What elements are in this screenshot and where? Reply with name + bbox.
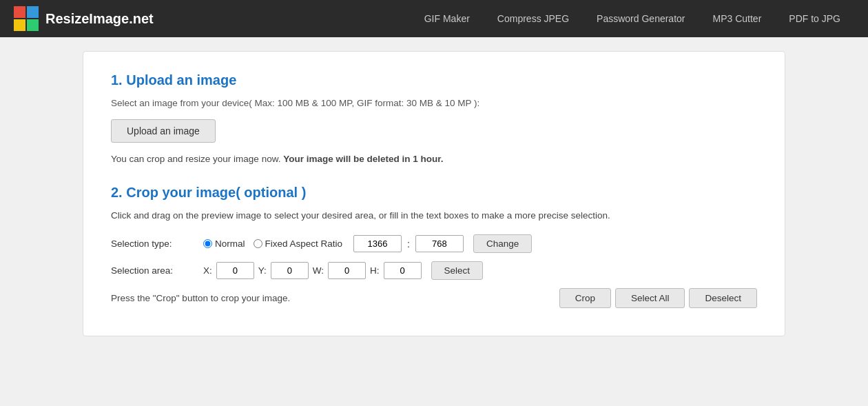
aspect-height-input[interactable]: [415, 235, 464, 252]
nav-item-password-generator[interactable]: Password Generator: [583, 0, 699, 37]
radio-group: Normal Fixed Aspect Ratio: [203, 238, 342, 249]
section2-desc: Click and drag on the preview image to s…: [111, 210, 757, 221]
crop-buttons-group: Crop Select All Deselect: [559, 288, 757, 308]
deselect-button[interactable]: Deselect: [689, 288, 757, 308]
logo-sq4: [27, 19, 39, 31]
w-input[interactable]: [328, 262, 366, 279]
selection-area-label: Selection area:: [111, 265, 194, 276]
upload-image-button[interactable]: Upload an image: [111, 119, 216, 143]
crop-hint-text: Press the "Crop" button to crop your ima…: [111, 293, 559, 303]
radio-fixed-text: Fixed Aspect Ratio: [265, 238, 343, 249]
info-text: You can crop and resize your image now. …: [111, 154, 757, 164]
nav-item-compress-jpeg[interactable]: Compress JPEG: [484, 0, 583, 37]
y-input[interactable]: [271, 262, 309, 279]
section2-title: 2. Crop your image( optional ): [111, 185, 757, 201]
selection-type-label: Selection type:: [111, 238, 194, 249]
nav-item-gif-maker[interactable]: GIF Maker: [411, 0, 484, 37]
x-label: X:: [203, 265, 212, 276]
radio-normal-label[interactable]: Normal: [203, 238, 245, 249]
main-card: 1. Upload an image Select an image from …: [83, 51, 785, 336]
logo-text: ResizeImage.net: [45, 11, 154, 27]
coord-group: X: Y: W: H:: [203, 262, 422, 279]
y-label: Y:: [258, 265, 267, 276]
logo-sq2: [27, 6, 39, 18]
h-label: H:: [370, 265, 380, 276]
select-button[interactable]: Select: [431, 261, 484, 280]
logo-sq3: [14, 19, 25, 31]
main-nav: GIF Maker Compress JPEG Password Generat…: [411, 0, 854, 37]
radio-normal-text: Normal: [215, 238, 245, 249]
info-text-bold: Your image will be deleted in 1 hour.: [283, 154, 443, 164]
header: ResizeImage.net GIF Maker Compress JPEG …: [0, 0, 868, 37]
page-background: 1. Upload an image Select an image from …: [0, 37, 868, 406]
nav-item-mp3-cutter[interactable]: MP3 Cutter: [699, 0, 776, 37]
nav-item-pdf-to-jpg[interactable]: PDF to JPG: [775, 0, 854, 37]
h-input[interactable]: [384, 262, 422, 279]
logo-sq1: [14, 6, 25, 18]
logo-area: ResizeImage.net: [14, 6, 154, 31]
colon-separator: :: [407, 238, 410, 250]
crop-row: Press the "Crop" button to crop your ima…: [111, 288, 757, 308]
section1-title: 1. Upload an image: [111, 72, 757, 88]
select-all-button[interactable]: Select All: [615, 288, 685, 308]
selection-area-row: Selection area: X: Y: W: H: Select: [111, 261, 757, 280]
x-input[interactable]: [216, 262, 254, 279]
change-button[interactable]: Change: [473, 234, 532, 253]
section1-desc: Select an image from your device( Max: 1…: [111, 98, 757, 108]
w-label: W:: [313, 265, 324, 276]
radio-normal[interactable]: [203, 239, 212, 248]
logo-icon: [14, 6, 39, 31]
selection-type-row: Selection type: Normal Fixed Aspect Rati…: [111, 234, 757, 253]
radio-fixed[interactable]: [254, 239, 262, 248]
info-text-normal: You can crop and resize your image now.: [111, 154, 280, 164]
crop-button[interactable]: Crop: [559, 288, 611, 308]
aspect-width-input[interactable]: [353, 235, 402, 252]
radio-fixed-label[interactable]: Fixed Aspect Ratio: [254, 238, 343, 249]
